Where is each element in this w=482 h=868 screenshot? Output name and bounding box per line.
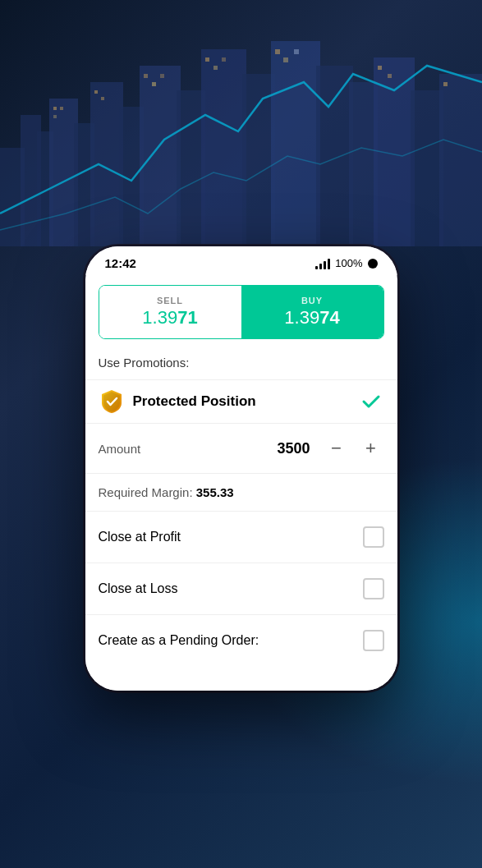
phone-wrapper: 12:42 100% SELL 1.3971 [85, 246, 397, 691]
svg-rect-15 [411, 90, 443, 246]
sell-price-bold: 71 [177, 307, 197, 328]
svg-rect-29 [283, 57, 288, 62]
battery-text: 100% [335, 257, 362, 269]
svg-rect-12 [316, 66, 353, 246]
required-margin-value: 355.33 [196, 485, 234, 499]
svg-rect-26 [213, 66, 218, 70]
required-margin-row: Required Margin: 355.33 [85, 473, 397, 511]
svg-rect-19 [53, 115, 57, 118]
svg-rect-30 [294, 49, 299, 54]
camera-hole [368, 259, 378, 269]
buy-price-normal: 1.39 [284, 307, 319, 328]
buy-label: BUY [248, 296, 377, 305]
sell-label: SELL [106, 296, 235, 305]
trade-buttons: SELL 1.3971 BUY 1.3974 [99, 285, 384, 339]
signal-bar-1 [315, 266, 318, 269]
svg-rect-28 [275, 49, 280, 54]
svg-rect-33 [443, 82, 448, 86]
signal-bar-3 [324, 261, 326, 269]
amount-value: 3500 [261, 440, 310, 457]
close-at-loss-label: Close at Loss [99, 581, 363, 596]
amount-label: Amount [99, 442, 261, 456]
required-margin-label: Required Margin: [99, 485, 193, 499]
protected-position-row: Protected Position [85, 379, 397, 423]
buy-price-bold: 74 [319, 307, 339, 328]
svg-rect-18 [60, 107, 63, 110]
close-at-profit-checkbox[interactable] [363, 526, 384, 548]
svg-rect-9 [201, 49, 246, 246]
svg-rect-8 [177, 90, 205, 246]
sell-button[interactable]: SELL 1.3971 [99, 286, 241, 338]
svg-rect-16 [439, 74, 482, 246]
svg-rect-25 [205, 57, 209, 62]
svg-rect-31 [378, 66, 382, 70]
svg-rect-24 [160, 74, 164, 78]
status-right: 100% [315, 257, 377, 269]
svg-rect-20 [94, 90, 98, 94]
pending-order-checkbox[interactable] [363, 630, 384, 651]
sell-price: 1.3971 [106, 307, 235, 328]
status-time: 12:42 [105, 256, 136, 270]
svg-rect-7 [140, 66, 181, 246]
svg-rect-3 [49, 99, 78, 246]
close-at-profit-row: Close at Profit [85, 511, 397, 563]
protected-position-check[interactable] [358, 388, 384, 415]
promotions-label: Use Promotions: [85, 349, 397, 379]
pending-order-row: Create as a Pending Order: [85, 614, 397, 666]
amount-controls: − + [324, 435, 384, 462]
signal-bar-4 [328, 259, 330, 269]
svg-rect-22 [144, 74, 148, 78]
svg-rect-21 [101, 97, 104, 100]
svg-rect-11 [271, 41, 320, 246]
close-at-loss-row: Close at Loss [85, 563, 397, 614]
phone-content: SELL 1.3971 BUY 1.3974 Use Promotions: [85, 285, 397, 691]
sell-price-normal: 1.39 [142, 307, 177, 328]
svg-rect-10 [242, 74, 275, 246]
signal-bar-2 [319, 264, 322, 269]
signal-icon [315, 258, 330, 269]
checkmark-icon [360, 390, 383, 413]
phone: 12:42 100% SELL 1.3971 [85, 246, 397, 691]
amount-decrement-button[interactable]: − [324, 435, 350, 462]
amount-increment-button[interactable]: + [358, 435, 384, 462]
close-at-profit-label: Close at Profit [99, 530, 363, 544]
pending-order-label: Create as a Pending Order: [99, 633, 363, 648]
bottom-spacer [85, 666, 397, 691]
buy-button[interactable]: BUY 1.3974 [241, 286, 383, 338]
shield-icon [99, 388, 125, 415]
svg-rect-13 [349, 82, 378, 246]
svg-rect-27 [222, 57, 226, 62]
close-at-loss-checkbox[interactable] [363, 578, 384, 599]
protected-position-label: Protected Position [133, 393, 358, 410]
status-bar: 12:42 100% [85, 246, 397, 275]
svg-rect-23 [152, 82, 156, 86]
svg-rect-32 [388, 74, 392, 78]
amount-row: Amount 3500 − + [85, 423, 397, 473]
svg-rect-17 [53, 107, 57, 110]
svg-rect-5 [90, 82, 123, 246]
buy-price: 1.3974 [248, 307, 377, 328]
